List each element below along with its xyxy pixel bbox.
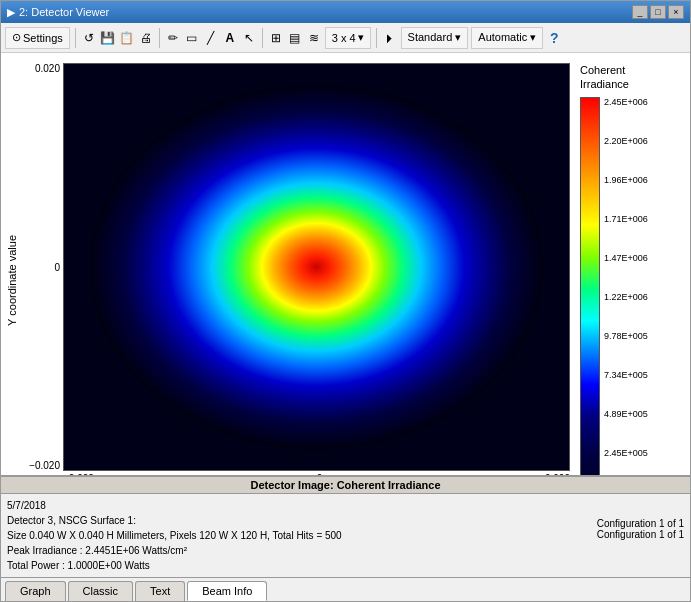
print-icon[interactable]: 🖨 bbox=[138, 30, 154, 46]
y-ticks: 0.020 0 −0.020 bbox=[25, 63, 63, 471]
info-line3: Peak Irradiance : 2.4451E+06 Watts/cm² bbox=[7, 543, 587, 558]
info-body: 5/7/2018 Detector 3, NSCG Surface 1: Siz… bbox=[1, 494, 690, 577]
main-window: ▶ 2: Detector Viewer _ □ × ⊙ Settings ↺ … bbox=[0, 0, 691, 602]
line-icon[interactable]: ╱ bbox=[203, 30, 219, 46]
separator-1 bbox=[75, 28, 76, 48]
window-icon: ▶ bbox=[7, 6, 15, 19]
tabs-bar: Graph Classic Text Beam Info bbox=[1, 577, 690, 601]
table-icon[interactable]: ▤ bbox=[287, 30, 303, 46]
colorbar-labels: 2.45E+006 2.20E+006 1.96E+006 1.71E+006 … bbox=[604, 97, 648, 475]
copy-icon[interactable]: 📋 bbox=[119, 30, 135, 46]
cb-label-9: 2.45E+005 bbox=[604, 448, 648, 458]
settings-button[interactable]: ⊙ Settings bbox=[5, 27, 70, 49]
text-icon[interactable]: A bbox=[222, 30, 238, 46]
y-axis-and-plot: 0.020 0 −0.020 bbox=[25, 63, 570, 471]
info-title: Detector Image: Coherent Irradiance bbox=[1, 477, 690, 494]
rectangle-icon[interactable]: ▭ bbox=[184, 30, 200, 46]
title-bar-left: ▶ 2: Detector Viewer bbox=[7, 6, 109, 19]
config2: Configuration 1 of 1 bbox=[597, 529, 684, 540]
cb-label-4: 1.47E+006 bbox=[604, 253, 648, 263]
tab-beam-info[interactable]: Beam Info bbox=[187, 581, 267, 601]
heatmap-container bbox=[63, 63, 570, 471]
x-tick-right: 0.020 bbox=[545, 473, 570, 475]
info-line4: Total Power : 1.0000E+00 Watts bbox=[7, 558, 587, 573]
plot-with-colorbar: Y coordinate value 0.020 0 −0.020 bbox=[6, 63, 685, 475]
minimize-button[interactable]: _ bbox=[632, 5, 648, 19]
colorbar-area: CoherentIrradiance 2.45E+006 2.20E+006 1… bbox=[575, 63, 685, 475]
y-tick-top: 0.020 bbox=[35, 63, 60, 74]
cb-label-0: 2.45E+006 bbox=[604, 97, 648, 107]
info-right: Configuration 1 of 1 Configuration 1 of … bbox=[597, 498, 684, 573]
info-left: 5/7/2018 Detector 3, NSCG Surface 1: Siz… bbox=[7, 498, 587, 573]
maximize-button[interactable]: □ bbox=[650, 5, 666, 19]
filter-icon[interactable]: ≋ bbox=[306, 30, 322, 46]
colorbar-with-labels: 2.45E+006 2.20E+006 1.96E+006 1.71E+006 … bbox=[580, 97, 685, 475]
separator-2 bbox=[159, 28, 160, 48]
tab-graph[interactable]: Graph bbox=[5, 581, 66, 601]
separator-3 bbox=[262, 28, 263, 48]
plot-area: Y coordinate value 0.020 0 −0.020 bbox=[1, 53, 690, 475]
play-icon[interactable]: ⏵ bbox=[382, 30, 398, 46]
x-tick-mid: 0 bbox=[317, 473, 323, 475]
close-button[interactable]: × bbox=[668, 5, 684, 19]
tab-text[interactable]: Text bbox=[135, 581, 185, 601]
y-label-container: Y coordinate value bbox=[6, 63, 20, 475]
plot-frame: 0.020 0 −0.020 bbox=[25, 63, 570, 475]
settings-icon: ⊙ bbox=[12, 31, 21, 44]
title-bar: ▶ 2: Detector Viewer _ □ × bbox=[1, 1, 690, 23]
grid-split-icon[interactable]: ⊞ bbox=[268, 30, 284, 46]
main-content: Y coordinate value 0.020 0 −0.020 bbox=[1, 53, 690, 475]
config1: Configuration 1 of 1 bbox=[597, 518, 684, 529]
separator-4 bbox=[376, 28, 377, 48]
info-panel: Detector Image: Coherent Irradiance 5/7/… bbox=[1, 475, 690, 577]
grid-size-button[interactable]: 3 x 4 ▾ bbox=[325, 27, 371, 49]
cb-label-5: 1.22E+006 bbox=[604, 292, 648, 302]
svg-point-1 bbox=[89, 84, 544, 449]
grid-dropdown-icon: ▾ bbox=[358, 31, 364, 44]
x-tick-left: −0.020 bbox=[63, 473, 94, 475]
refresh-icon[interactable]: ↺ bbox=[81, 30, 97, 46]
info-line1: Detector 3, NSCG Surface 1: bbox=[7, 513, 587, 528]
colorbar-gradient bbox=[580, 97, 600, 475]
cb-label-7: 7.34E+005 bbox=[604, 370, 648, 380]
heatmap-svg bbox=[64, 64, 569, 470]
title-bar-controls: _ □ × bbox=[632, 5, 684, 19]
info-date: 5/7/2018 bbox=[7, 498, 587, 513]
y-axis-label: Y coordinate value bbox=[6, 235, 18, 326]
cb-label-8: 4.89E+005 bbox=[604, 409, 648, 419]
cb-label-1: 2.20E+006 bbox=[604, 136, 648, 146]
colorbar-title: CoherentIrradiance bbox=[580, 63, 685, 92]
help-icon[interactable]: ? bbox=[546, 30, 562, 46]
automatic-button[interactable]: Automatic ▾ bbox=[471, 27, 543, 49]
standard-button[interactable]: Standard ▾ bbox=[401, 27, 469, 49]
pencil-icon[interactable]: ✏ bbox=[165, 30, 181, 46]
window-title: 2: Detector Viewer bbox=[19, 6, 109, 18]
info-line2: Size 0.040 W X 0.040 H Millimeters, Pixe… bbox=[7, 528, 587, 543]
x-ticks: −0.020 0 0.020 bbox=[25, 473, 570, 475]
cursor-icon[interactable]: ↖ bbox=[241, 30, 257, 46]
cb-label-6: 9.78E+005 bbox=[604, 331, 648, 341]
cb-label-3: 1.71E+006 bbox=[604, 214, 648, 224]
y-tick-mid: 0 bbox=[54, 262, 60, 273]
toolbar: ⊙ Settings ↺ 💾 📋 🖨 ✏ ▭ ╱ A ↖ ⊞ ▤ ≋ 3 x 4… bbox=[1, 23, 690, 53]
save-icon[interactable]: 💾 bbox=[100, 30, 116, 46]
y-tick-bottom: −0.020 bbox=[29, 460, 60, 471]
tab-classic[interactable]: Classic bbox=[68, 581, 133, 601]
cb-label-2: 1.96E+006 bbox=[604, 175, 648, 185]
